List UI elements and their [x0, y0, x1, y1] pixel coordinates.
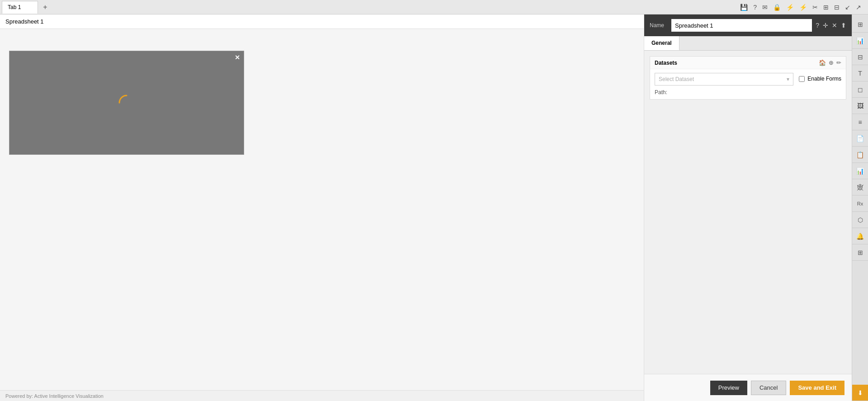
panel-expand-icon[interactable]: ⬆ [841, 22, 846, 29]
page-title-bar: Spreadsheet 1 [0, 14, 644, 29]
enable-forms-row: Enable Forms [799, 76, 841, 82]
panel-footer: Preview Cancel Save and Exit [644, 374, 852, 401]
scissors-icon[interactable]: ✂ [811, 3, 819, 12]
name-input[interactable] [671, 19, 812, 32]
add-tab-button[interactable]: + [40, 2, 51, 13]
filter2-icon[interactable]: ⚡ [798, 3, 808, 12]
dataset-home-icon[interactable]: 🏠 [819, 59, 826, 66]
icon-bar-chart[interactable]: 📊 [852, 33, 868, 49]
icon-bar-barchart[interactable]: 📊 [852, 163, 868, 179]
icon-bar-text[interactable]: T [852, 65, 868, 81]
icon-bar-widget[interactable]: ⊞ [852, 244, 868, 261]
path-row: Path : [655, 89, 793, 95]
icon-bar: ⊞ 📊 ⊟ T ◻ 🖼 ≡ 📄 📋 📊 🕸 Rx ⬡ 🔔 ⊞ ⬇ [852, 14, 868, 401]
datasets-title: Datasets [655, 60, 819, 66]
icon-bar-layer[interactable]: ⬡ [852, 212, 868, 228]
select-dataset-dropdown[interactable]: Select Dataset ▾ [655, 73, 793, 86]
path-colon: : [666, 89, 667, 95]
icon-bar-page[interactable]: 📄 [852, 130, 868, 147]
grid2-icon[interactable]: ⊟ [833, 3, 841, 12]
tab-1[interactable]: Tab 1 [2, 1, 38, 14]
top-right-toolbar: 💾 ? ✉ 🔒 ⚡ ⚡ ✂ ⊞ ⊟ ↙ ↗ [739, 3, 866, 12]
path-label: Path [655, 89, 666, 95]
save-exit-button[interactable]: Save and Exit [790, 381, 844, 395]
panel-help-icon[interactable]: ? [816, 22, 819, 29]
icon-bar-table[interactable]: ⊟ [852, 49, 868, 65]
select-dataset-placeholder: Select Dataset [659, 76, 694, 82]
tab-bar: Tab 1 + 💾 ? ✉ 🔒 ⚡ ⚡ ✂ ⊞ ⊟ ↙ ↗ [0, 0, 868, 14]
dropdown-chevron-icon: ▾ [787, 76, 789, 82]
widget-frame: ✕ [9, 51, 244, 155]
dataset-add-icon[interactable]: ⊕ [829, 59, 834, 66]
datasets-section: Datasets 🏠 ⊕ ✏ Select Dataset ▾ [650, 56, 846, 100]
panel-tabs: General [644, 36, 852, 51]
filter1-icon[interactable]: ⚡ [785, 3, 795, 12]
icon-bar-report[interactable]: 📋 [852, 147, 868, 163]
panel-header-icons: ? ✛ ✕ ⬆ [816, 22, 846, 29]
right-panel: Name ? ✛ ✕ ⬆ General Datasets 🏠 [644, 14, 852, 401]
arrow-dl-icon[interactable]: ↙ [844, 3, 852, 12]
tab-general[interactable]: General [644, 36, 679, 50]
grid1-icon[interactable]: ⊞ [822, 3, 830, 12]
icon-bar-image[interactable]: 🖼 [852, 98, 868, 114]
icon-bar-network[interactable]: 🕸 [852, 179, 868, 196]
icon-bar-list[interactable]: ≡ [852, 114, 868, 130]
widget-close-button[interactable]: ✕ [235, 54, 240, 61]
datasets-body: Select Dataset ▾ Path : Enable Forms [650, 69, 846, 99]
main-area: Spreadsheet 1 ✕ Powered by: Active Intel… [0, 14, 868, 401]
icon-bar-notification[interactable]: 🔔 [852, 228, 868, 244]
panel-close-icon[interactable]: ✕ [832, 22, 837, 29]
content-area: Spreadsheet 1 ✕ Powered by: Active Intel… [0, 14, 644, 401]
widget-loading-indicator [9, 51, 244, 154]
help-icon[interactable]: ? [752, 3, 758, 12]
lock-icon[interactable]: 🔒 [772, 3, 782, 12]
preview-button[interactable]: Preview [710, 381, 747, 395]
page-title: Spreadsheet 1 [5, 18, 44, 25]
arrow-ur-icon[interactable]: ↗ [854, 3, 863, 12]
canvas-area[interactable]: ✕ [0, 29, 644, 390]
cancel-button[interactable]: Cancel [751, 381, 786, 395]
name-label: Name [650, 22, 668, 29]
datasets-header: Datasets 🏠 ⊕ ✏ [650, 57, 846, 69]
enable-forms-label: Enable Forms [807, 76, 841, 82]
icon-bar-download[interactable]: ⬇ [852, 385, 868, 401]
panel-content: Datasets 🏠 ⊕ ✏ Select Dataset ▾ [644, 51, 852, 374]
mail-icon[interactable]: ✉ [761, 3, 769, 12]
tab-1-label: Tab 1 [8, 4, 21, 10]
icon-bar-shape[interactable]: ◻ [852, 81, 868, 98]
powered-by-text: Powered by: Active Intelligence Visualiz… [5, 393, 104, 399]
footer: Powered by: Active Intelligence Visualiz… [0, 390, 644, 401]
panel-move-icon[interactable]: ✛ [823, 22, 828, 29]
icon-bar-grid[interactable]: ⊞ [852, 16, 868, 33]
loading-spinner [118, 94, 136, 112]
save-icon[interactable]: 💾 [739, 3, 749, 12]
enable-forms-checkbox[interactable] [799, 76, 805, 82]
datasets-icons: 🏠 ⊕ ✏ [819, 59, 841, 66]
dataset-edit-icon[interactable]: ✏ [836, 59, 841, 66]
icon-bar-rx[interactable]: Rx [852, 196, 868, 212]
panel-header: Name ? ✛ ✕ ⬆ [644, 14, 852, 36]
